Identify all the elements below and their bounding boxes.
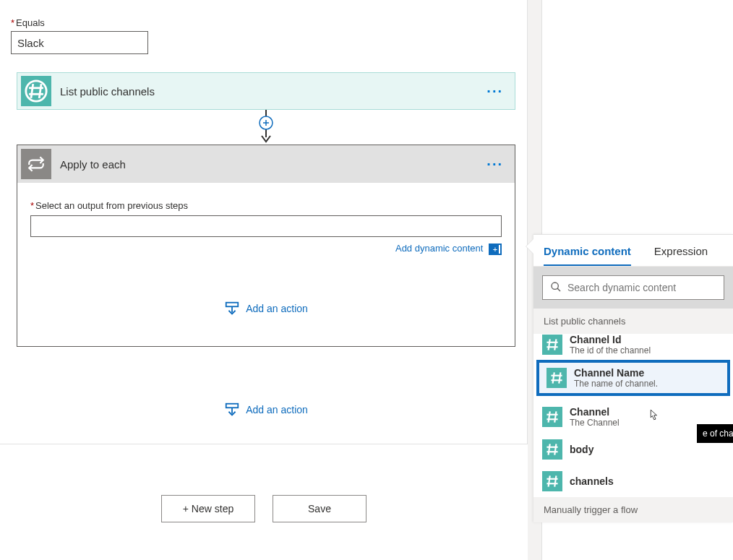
dynamic-content-panel: Dynamic content Expression List public c… <box>533 234 733 522</box>
equals-label: *Equals <box>11 17 148 28</box>
add-dynamic-row: Add dynamic content + <box>30 243 502 255</box>
svg-point-13 <box>552 283 558 289</box>
dynamic-tabs: Dynamic content Expression <box>533 235 733 267</box>
equals-input[interactable] <box>11 31 148 54</box>
hash-icon <box>542 439 562 460</box>
add-action-icon <box>224 402 240 418</box>
dyn-item-title: Channel <box>570 406 724 418</box>
dynamic-searchbar <box>533 267 733 309</box>
select-output-input[interactable] <box>30 215 502 237</box>
svg-line-28 <box>554 444 556 455</box>
add-action-inside-label: Add an action <box>246 303 308 314</box>
dyn-item-title: channels <box>570 475 724 487</box>
card-title: List public channels <box>60 85 475 98</box>
svg-line-32 <box>554 475 556 486</box>
dyn-item-channel-id[interactable]: Channel Id The id of the channel <box>533 334 733 356</box>
svg-line-20 <box>559 372 560 383</box>
search-icon <box>550 281 562 295</box>
callout-beak <box>526 239 533 254</box>
footer: + New step Save <box>0 444 528 538</box>
tab-dynamic-content[interactable]: Dynamic content <box>544 245 631 266</box>
section-header-list-channels: List public channels <box>533 309 733 334</box>
dyn-item-channels[interactable]: channels <box>533 465 733 497</box>
hash-icon <box>542 335 562 355</box>
svg-line-1 <box>31 84 33 98</box>
dyn-item-desc: The name of channel. <box>574 379 720 389</box>
dynamic-search[interactable] <box>542 275 724 300</box>
add-dynamic-content-link[interactable]: Add dynamic content <box>395 243 483 254</box>
add-action-outside-label: Add an action <box>246 404 308 415</box>
dyn-item-title: body <box>570 444 724 455</box>
dyn-item-desc: The id of the channel <box>570 345 724 356</box>
dyn-item-channel-name[interactable]: Channel Name The name of channel. <box>538 361 729 395</box>
apply-body: *Select an output from previous steps Ad… <box>17 183 515 262</box>
apply-header[interactable]: Apply to each ··· <box>17 145 515 183</box>
apply-more-button[interactable]: ··· <box>475 156 515 173</box>
equals-label-text: Equals <box>16 17 45 28</box>
required-star: * <box>30 200 34 211</box>
add-dynamic-badge-icon[interactable]: + <box>489 244 502 255</box>
svg-line-15 <box>549 339 550 350</box>
card-apply-to-each: Apply to each ··· *Select an output from… <box>17 145 515 347</box>
svg-line-23 <box>549 411 550 422</box>
card-list-public-channels[interactable]: List public channels ··· <box>17 72 515 110</box>
add-action-inside[interactable]: Add an action <box>17 301 515 316</box>
hash-icon <box>546 368 567 388</box>
required-star: * <box>11 17 14 28</box>
tab-expression[interactable]: Expression <box>654 245 708 266</box>
svg-line-27 <box>549 444 550 455</box>
svg-line-31 <box>549 475 550 486</box>
select-output-label-text: Select an output from previous steps <box>35 200 188 211</box>
save-button[interactable]: Save <box>273 495 366 522</box>
dyn-item-title: Channel Name <box>574 367 720 379</box>
add-action-outside[interactable]: Add an action <box>17 402 515 418</box>
svg-rect-11 <box>226 404 239 408</box>
hash-icon <box>542 407 562 427</box>
add-action-icon <box>224 301 240 316</box>
apply-title: Apply to each <box>60 158 475 171</box>
slack-hash-icon <box>21 76 51 106</box>
new-step-button[interactable]: + New step <box>161 495 255 522</box>
card-more-button[interactable]: ··· <box>475 83 515 100</box>
tooltip-fragment: e of cha <box>697 424 733 443</box>
svg-line-19 <box>553 372 554 383</box>
svg-line-2 <box>39 84 41 98</box>
dyn-item-title: Channel Id <box>570 334 724 345</box>
svg-line-14 <box>557 288 560 291</box>
select-output-label: *Select an output from previous steps <box>30 200 502 211</box>
loop-icon <box>21 149 51 179</box>
hash-icon <box>542 471 562 491</box>
svg-line-24 <box>554 411 556 422</box>
flow-canvas: *Equals List public channels ··· <box>0 0 528 444</box>
svg-line-16 <box>554 339 556 350</box>
svg-rect-0 <box>26 81 46 101</box>
section-header-manual-trigger: Manually trigger a flow <box>533 497 733 522</box>
equals-block: *Equals <box>11 17 148 54</box>
connector-arrow <box>17 110 515 146</box>
dynamic-search-input[interactable] <box>567 282 716 293</box>
svg-rect-9 <box>226 303 239 307</box>
